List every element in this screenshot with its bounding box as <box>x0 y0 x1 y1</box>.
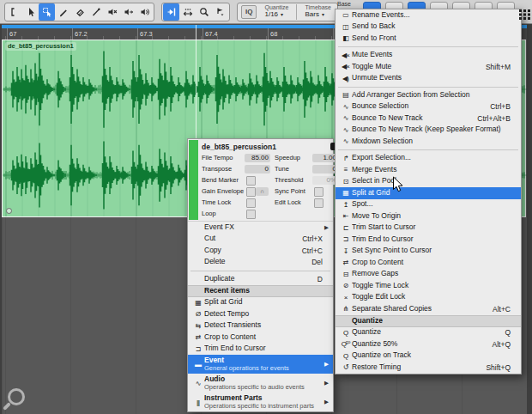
context-menu-right: ▭ Rename Events... ◫ Send to Back ◧ Send… <box>335 9 522 374</box>
menu-item[interactable]: ▬ EventGeneral operations for events ▶ <box>188 355 333 374</box>
info-row: File Tempo 85.00 Speedup 1.00 <box>202 152 338 163</box>
menu-item[interactable]: ↺ Restore Timing Shift+Q <box>336 362 521 374</box>
menu-item[interactable]: ⇆ Detect Transients <box>188 320 333 332</box>
timebase-value: Bars <box>305 10 318 18</box>
menu-item[interactable]: ⊘ Toggle Time Lock <box>336 280 521 292</box>
menu-item[interactable]: ↧ Set Sync Point to Cursor <box>336 246 521 258</box>
menu-item-label: Detect Tempo <box>204 310 316 319</box>
menu-item-shortcut: Ctrl+Alt+B <box>477 114 511 123</box>
menu-item[interactable]: × Toggle Edit Lock <box>336 292 521 304</box>
menu-item[interactable]: ↱ Export Selection... <box>336 153 521 165</box>
mute-tool[interactable] <box>104 3 120 21</box>
play-line-tool[interactable] <box>88 3 104 21</box>
snap-toggle[interactable] <box>163 3 179 21</box>
spot-icon: ↥ <box>339 201 352 209</box>
menu-item-label: Cut <box>204 234 295 243</box>
toolbar-overflow-grid-icon[interactable] <box>518 8 531 19</box>
menu-item[interactable]: ▤ Add Arranger Section from Selection <box>336 89 521 101</box>
menu-item[interactable]: ⊐ Trim End to Cursor <box>336 234 521 246</box>
menu-item[interactable]: Cut Ctrl+X <box>188 234 333 246</box>
menu-item[interactable]: ⊡ Select in Pool <box>336 176 521 188</box>
menu-item[interactable]: Ø Detect Tempo <box>188 308 333 320</box>
menu-item-shortcut: Ctrl+C <box>302 247 323 255</box>
menu-item[interactable]: ◀) Unmute Events <box>336 73 521 85</box>
sizing-applies-snap-tool[interactable] <box>179 3 196 21</box>
menu-item[interactable]: ∿ Bounce To New Track Ctrl+Alt+B <box>336 113 521 125</box>
menu-item[interactable]: ◀× Mute Events <box>336 50 521 62</box>
send-to-back-icon: ◫ <box>339 23 352 31</box>
menu-item-shortcut: Alt+C <box>493 305 511 314</box>
menu-item-label: Restore Timing <box>352 363 479 372</box>
menu-item[interactable]: Delete Del <box>188 257 333 269</box>
info-value[interactable]: 85.00 <box>245 154 270 162</box>
info-value[interactable] <box>245 187 270 196</box>
menu-item[interactable]: Quantize <box>336 315 521 327</box>
menu-item[interactable]: ⇄ Crop to Content <box>188 332 333 344</box>
menu-item[interactable]: ⇤ Move To Origin <box>336 210 521 222</box>
iq-button[interactable]: IQ <box>241 5 257 19</box>
menu-item[interactable]: ∿ Bounce To New Track (Keep Speaker Form… <box>336 125 521 137</box>
speaker-tool[interactable] <box>136 3 153 21</box>
menu-item[interactable]: ∿ Mixdown Selection <box>336 136 521 148</box>
menu-item[interactable]: ◫ Send to Back <box>336 21 521 33</box>
info-value[interactable]: 0 <box>245 165 270 174</box>
tool-group-quantize: IQ Quantize 1/16▾ Timebase Bars▾ <box>237 3 338 21</box>
split-at-grid-icon: ▦ <box>191 299 204 307</box>
menu-item-label: Crop to Content <box>204 333 316 342</box>
menu-item[interactable]: ▭ Rename Events... <box>336 9 521 21</box>
move-to-origin-icon: ⇤ <box>339 212 352 220</box>
menu-item[interactable]: ⊐ Trim End to Cursor <box>188 344 333 356</box>
info-value[interactable] <box>245 198 270 207</box>
event-corner-handle[interactable] <box>6 208 12 214</box>
info-row: Gain Envelope Sync Point <box>202 186 338 197</box>
menu-item-label: Quantize <box>352 328 498 337</box>
info-value[interactable] <box>245 176 270 185</box>
erase-tool[interactable] <box>71 3 88 21</box>
menu-item[interactable]: ⋔ Separate Shared Copies Alt+C <box>336 303 521 315</box>
menu-item-label: Detect Transients <box>204 321 316 330</box>
menu-item[interactable]: ◀× Toggle Mute Shift+M <box>336 61 521 73</box>
menu-item-label: Export Selection... <box>352 154 504 162</box>
menu-item[interactable]: Duplicate D <box>188 273 333 285</box>
menu-item[interactable]: ≡ Merge Events <box>336 164 521 176</box>
menu-item[interactable]: Q Quantize Q <box>336 327 521 339</box>
object-selection-tool[interactable] <box>22 3 39 21</box>
timebase-combo[interactable]: Timebase Bars▾ <box>302 4 333 18</box>
menu-item[interactable]: ∿ Bounce Selection Ctrl+B <box>336 101 521 113</box>
tool-group-snap <box>161 3 230 21</box>
menu-item-label: Event FX <box>204 223 316 232</box>
menu-item[interactable]: Q Quantize on Track <box>336 350 521 362</box>
mixdown-selection-icon: ∿ <box>339 137 352 145</box>
quantize-combo[interactable]: Quantize 1/16▾ <box>262 4 291 18</box>
menu-item-label: Mute Events <box>352 51 504 59</box>
menu-item[interactable]: ∿ AudioOperations specific to audio even… <box>188 374 333 393</box>
right-scroll-column <box>527 24 532 414</box>
draw-tool[interactable] <box>55 3 71 21</box>
info-label: Gain Envelope <box>202 187 245 195</box>
range-selection-tool[interactable] <box>6 3 22 21</box>
zoom-tool[interactable] <box>196 3 212 21</box>
menu-item[interactable]: Q⁵⁰ Quantize 50% Alt+Q <box>336 338 521 350</box>
send-to-front-icon: ◧ <box>339 34 352 42</box>
menu-item-shortcut: D <box>317 275 323 283</box>
snap-type-selector[interactable] <box>212 3 228 21</box>
menu-item[interactable]: ⊟ Remove Gaps <box>336 269 521 281</box>
info-value[interactable] <box>245 210 270 218</box>
menu-item[interactable]: ◧ Send to Front <box>336 33 521 45</box>
menu-item-label: Delete <box>204 258 305 266</box>
menu-item[interactable]: Copy Ctrl+C <box>188 245 333 257</box>
menu-item[interactable]: ⊏ Trim Start to Cursor <box>336 222 521 234</box>
menu-item-sublabel: Operations specific to instrument parts <box>204 403 316 411</box>
menu-item[interactable]: ▦ Split at Grid <box>188 297 333 309</box>
menu-item[interactable]: ▦ Split at Grid <box>336 187 521 199</box>
menu-item[interactable]: ||| Instrument PartsOperations specific … <box>188 393 333 411</box>
menu-item[interactable]: ↥ Spot... <box>336 199 521 211</box>
menu-item-label: Quantize on Track <box>352 351 504 360</box>
menu-item[interactable]: Recent items <box>188 285 333 297</box>
scrub-tool[interactable] <box>120 3 136 21</box>
quantize-icon: Q <box>339 329 352 337</box>
menu-item[interactable]: Event FX ▶ <box>188 222 333 234</box>
sizing-selection-tool[interactable] <box>39 3 55 21</box>
menu-item[interactable]: ⇄ Crop to Content <box>336 257 521 269</box>
ruler-tick: 67 <box>7 28 8 40</box>
